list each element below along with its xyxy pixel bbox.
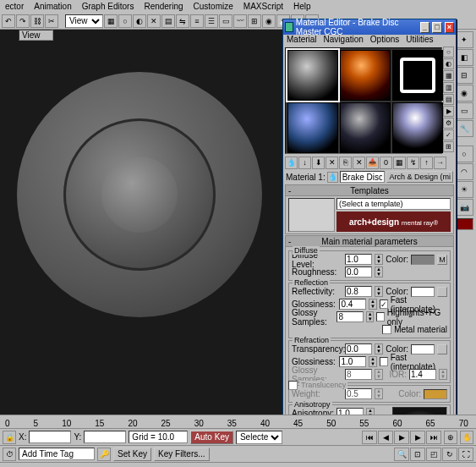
goto-start-icon[interactable]: ⏮ [362, 431, 377, 444]
ior-spinner[interactable] [409, 369, 436, 380]
menu-item[interactable]: Graph Editors [82, 2, 134, 11]
sample-uv-icon[interactable]: ▥ [443, 82, 454, 93]
nav-tool-icon[interactable]: ✋ [460, 431, 473, 444]
assign-to-selection-icon[interactable]: ⬇ [312, 157, 325, 169]
lights-icon[interactable]: ☀ [455, 181, 473, 198]
create-tab-icon[interactable]: ✦ [455, 31, 473, 48]
material-slot-3[interactable] [392, 50, 443, 101]
diffuse-map-slot[interactable]: M [437, 255, 447, 265]
glossy-samples-spinner[interactable] [336, 311, 364, 322]
video-color-icon[interactable]: ▤ [443, 94, 454, 105]
material-editor-icon[interactable]: ◉ [262, 14, 276, 28]
viewport-label-dropdown[interactable]: View [19, 30, 53, 41]
nav-tool-icon[interactable]: ↻ [442, 448, 457, 461]
redo-icon[interactable]: ↷ [16, 14, 30, 28]
layers-icon[interactable]: ☰ [205, 14, 218, 28]
display-tab-icon[interactable]: ▭ [455, 102, 473, 119]
tool-icon[interactable]: ▭ [219, 14, 233, 28]
menu-item[interactable]: Options [370, 35, 399, 47]
material-slot-5[interactable] [340, 102, 391, 153]
material-type-button[interactable]: Arch & Design (mi [386, 171, 453, 183]
menu-item[interactable]: Help [293, 2, 311, 11]
cameras-icon[interactable]: 📷 [455, 199, 473, 216]
menu-item[interactable]: Rendering [144, 2, 183, 11]
spinner-buttons[interactable]: ▲▼ [439, 369, 447, 380]
show-end-result-icon[interactable]: ↯ [407, 157, 419, 169]
spinner-buttons[interactable]: ▲▼ [375, 343, 383, 354]
shapes-icon[interactable]: ◠ [455, 163, 473, 180]
modify-tab-icon[interactable]: ◧ [455, 49, 473, 66]
geometry-icon[interactable]: ○ [455, 146, 473, 162]
menu-item[interactable]: Material [287, 35, 317, 47]
translucency-enable-checkbox[interactable] [288, 381, 298, 390]
align-icon[interactable]: ≡ [190, 14, 204, 28]
close-icon[interactable]: × [445, 22, 454, 33]
motion-tab-icon[interactable]: ◉ [455, 85, 473, 102]
key-mode-select[interactable]: Selected [236, 431, 282, 444]
viewport[interactable]: View [0, 30, 283, 415]
material-name-input[interactable] [340, 171, 386, 183]
link-icon[interactable]: ⛓ [30, 14, 44, 28]
select-by-material-icon[interactable]: ✓ [443, 129, 454, 140]
put-to-library-icon[interactable]: 📥 [366, 157, 379, 169]
backlight-icon[interactable]: ◐ [443, 58, 454, 69]
metal-material-checkbox[interactable] [382, 325, 391, 334]
refr-gloss-spinner[interactable] [339, 356, 366, 367]
material-editor-titlebar[interactable]: Material Editor - Brake Disc Master CGC … [283, 19, 456, 35]
curve-editor-icon[interactable]: 〰 [233, 14, 247, 28]
minimize-icon[interactable]: _ [420, 22, 429, 33]
refr-fast-checkbox[interactable] [380, 357, 388, 366]
mirror-icon[interactable]: ⇋ [176, 14, 189, 28]
refl-gloss-spinner[interactable] [339, 299, 366, 310]
undo-icon[interactable]: ↶ [2, 14, 15, 28]
spinner-buttons[interactable]: ▲▼ [375, 254, 383, 265]
get-material-icon[interactable]: 💧 [285, 157, 298, 169]
options-icon[interactable]: ⚙ [443, 118, 454, 129]
spinner-buttons[interactable]: ▲▼ [375, 266, 383, 277]
go-to-parent-icon[interactable]: ↑ [420, 157, 433, 169]
next-frame-icon[interactable]: ▶ [410, 431, 425, 444]
make-unique-icon[interactable]: ✕ [353, 157, 365, 169]
material-slot-2[interactable] [340, 50, 391, 101]
time-ruler[interactable]: 0510152025303540455055606570758085909510… [0, 415, 476, 429]
lock-selection-icon[interactable]: 🔒 [3, 431, 16, 444]
reset-map-icon[interactable]: ✕ [326, 157, 338, 169]
prev-frame-icon[interactable]: ◀ [378, 431, 393, 444]
utilities-tab-icon[interactable]: 🔧 [455, 120, 473, 137]
put-to-scene-icon[interactable]: ↓ [298, 157, 311, 169]
set-key-button[interactable]: Set Key [113, 448, 151, 461]
spinner-buttons[interactable]: ▲▼ [369, 356, 376, 367]
sample-type-icon[interactable]: ○ [443, 47, 454, 58]
nav-tool-icon[interactable]: ⊕ [444, 431, 457, 444]
add-time-tag-field[interactable]: Add Time Tag [19, 448, 95, 460]
highlights-fg-checkbox[interactable] [376, 312, 385, 321]
spinner-buttons[interactable]: ▲▼ [375, 286, 383, 297]
template-preview-swatch[interactable] [288, 198, 335, 232]
nav-tool-icon[interactable]: ⊡ [410, 448, 425, 461]
background-icon[interactable]: ▦ [443, 70, 454, 81]
tool-icon[interactable]: ○ [118, 14, 132, 28]
time-config-icon[interactable]: ⏱ [3, 448, 16, 461]
key-mode-icon[interactable]: 🔑 [97, 448, 111, 461]
auto-key-button[interactable]: Auto Key [190, 431, 233, 444]
menu-item[interactable]: MAXScript [243, 2, 283, 11]
roughness-spinner[interactable] [345, 266, 372, 277]
tool-icon[interactable]: ✕ [147, 14, 161, 28]
nav-tool-icon[interactable]: 🔍 [394, 448, 409, 461]
menu-item[interactable]: ector [5, 2, 24, 11]
play-icon[interactable]: ▶ [394, 431, 409, 444]
make-copy-icon[interactable]: ⎘ [339, 157, 352, 169]
spinner-buttons[interactable]: ▲▼ [366, 311, 374, 322]
maximize-icon[interactable]: □ [432, 22, 441, 33]
menu-item[interactable]: Navigation [324, 35, 364, 47]
menu-item[interactable]: Utilities [406, 35, 433, 47]
menu-item[interactable]: Animation [34, 2, 71, 11]
y-coord-field[interactable] [84, 431, 126, 443]
go-forward-icon[interactable]: → [434, 157, 446, 169]
spinner-buttons[interactable]: ▲▼ [369, 299, 376, 310]
x-coord-field[interactable] [29, 431, 71, 443]
viewport-mode-select[interactable]: View [65, 14, 103, 28]
material-slot-6[interactable] [392, 102, 443, 153]
tool-icon[interactable]: ▤ [161, 14, 175, 28]
show-map-icon[interactable]: ▦ [393, 157, 406, 169]
